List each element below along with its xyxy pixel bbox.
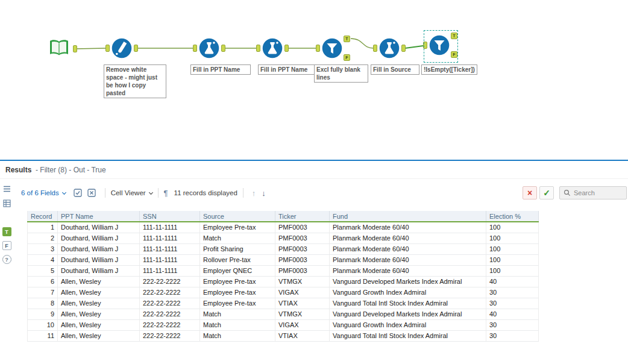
select-all-fields-icon[interactable]	[72, 187, 84, 199]
table-cell: 30	[486, 298, 539, 309]
table-cell: Vanguard Growth Index Admiral	[330, 319, 486, 330]
table-cell: 100	[486, 265, 539, 276]
table-cell: 3	[28, 243, 58, 254]
tool-annotation[interactable]: !IsEmpty([Ticker])	[421, 64, 477, 75]
table-cell: Planmark Moderate 60/40	[330, 243, 486, 254]
table-cell: 10	[28, 319, 58, 330]
tool-annotation[interactable]: Remove white space - might just be how I…	[104, 64, 166, 98]
tool-annotation[interactable]: Fill in PPT Name	[258, 64, 315, 75]
table-row[interactable]: 9Allen, Wesley222-22-2222MatchVTMGXVangu…	[28, 309, 539, 319]
table-cell: 222-22-2222	[140, 298, 200, 309]
table-cell: Planmark Moderate 60/40	[330, 233, 486, 243]
tool-formula-ppt-name-1[interactable]	[199, 38, 219, 58]
table-row[interactable]: 10Allen, Wesley222-22-2222MatchVIGAXVang…	[28, 319, 539, 330]
table-cell: 222-22-2222	[140, 330, 200, 341]
table-cell: 100	[486, 243, 539, 254]
help-icon[interactable]: ?	[2, 255, 11, 264]
search-box[interactable]	[559, 186, 627, 199]
metadata-view-icon[interactable]	[2, 184, 11, 193]
table-row[interactable]: 3Douthard, William J111-11-1111Profit Sh…	[28, 243, 539, 254]
search-icon	[564, 189, 571, 196]
chevron-down-icon	[149, 190, 153, 194]
table-row[interactable]: 7Allen, Wesley222-22-2222Employee Pre-ta…	[28, 287, 539, 298]
results-grid: RecordPPT NameSSNSourceTickerFundElectio…	[27, 211, 628, 342]
input-anchor[interactable]	[105, 45, 110, 52]
table-cell: Allen, Wesley	[58, 330, 140, 341]
table-cell: PMF0003	[275, 233, 330, 243]
tool-filter-blank-lines[interactable]: T F	[322, 38, 342, 58]
table-cell: PMF0003	[275, 222, 330, 233]
output-anchor[interactable]	[284, 45, 289, 52]
results-table: RecordPPT NameSSNSourceTickerFundElectio…	[27, 211, 539, 342]
workflow-canvas[interactable]: T F T F Remove white space - might	[0, 0, 628, 160]
toolbar-separator	[158, 188, 159, 198]
deselect-all-fields-icon[interactable]	[86, 187, 98, 199]
tool-data-cleansing[interactable]	[111, 38, 132, 58]
tool-formula-ppt-name-2[interactable]	[262, 38, 283, 58]
table-cell: 5	[28, 265, 58, 276]
chevron-down-icon	[62, 190, 66, 194]
table-row[interactable]: 6Allen, Wesley222-22-2222Employee Pre-ta…	[28, 276, 539, 287]
results-left-rail: T F ?	[0, 179, 13, 364]
table-row[interactable]: 2Douthard, William J111-11-1111MatchPMF0…	[28, 233, 539, 243]
tool-formula-fill-source[interactable]	[379, 38, 400, 58]
filter-icon	[322, 38, 342, 58]
table-cell: 111-11-1111	[140, 243, 200, 254]
data-view-icon[interactable]	[2, 199, 11, 208]
column-header[interactable]: SSN	[140, 211, 200, 222]
column-header[interactable]: Source	[200, 211, 275, 222]
connection-line[interactable]	[405, 46, 423, 48]
true-anchor-button[interactable]: T	[2, 227, 11, 236]
show-whitespace-icon[interactable]: ¶	[164, 189, 168, 198]
input-anchor[interactable]	[193, 45, 197, 52]
scroll-up-icon[interactable]: ↑	[252, 189, 256, 198]
table-row[interactable]: 8Allen, Wesley222-22-2222Employee Pre-ta…	[28, 298, 539, 309]
tool-annotation[interactable]: Fill in Source	[371, 64, 419, 75]
search-input[interactable]	[574, 189, 623, 196]
input-anchor[interactable]	[256, 45, 260, 52]
tool-annotation[interactable]: Fill in PPT Name	[190, 64, 251, 75]
output-anchor[interactable]	[221, 45, 225, 52]
false-anchor-button[interactable]: F	[2, 241, 11, 250]
connection-line[interactable]	[75, 48, 106, 49]
table-cell: PMF0003	[275, 243, 330, 254]
table-row[interactable]: 4Douthard, William J111-11-1111Rollover …	[28, 254, 539, 265]
true-output-anchor[interactable]: T	[344, 36, 350, 42]
table-cell: 11	[28, 330, 58, 341]
fields-dropdown[interactable]: 6 of 6 Fields	[21, 189, 66, 196]
table-cell: Vanguard Total Intl Stock Index Admiral	[330, 330, 486, 341]
input-anchor[interactable]	[316, 45, 320, 52]
tool-annotation[interactable]: Excl fully blank lines	[314, 64, 368, 83]
table-cell: 8	[28, 298, 58, 309]
fields-dropdown-label: 6 of 6 Fields	[21, 189, 59, 196]
table-cell: 100	[486, 233, 539, 243]
false-output-anchor[interactable]: F	[344, 54, 350, 61]
output-anchor[interactable]	[73, 45, 77, 52]
connection-line[interactable]	[351, 39, 374, 48]
results-title-detail: - Filter (8) - Out - True	[31, 166, 105, 174]
column-header[interactable]: PPT Name	[58, 211, 140, 222]
table-row[interactable]: 11Allen, Wesley222-22-2222MatchVTIAXVang…	[28, 330, 539, 341]
formula-icon	[262, 38, 283, 58]
output-anchor[interactable]	[401, 45, 406, 52]
table-cell: Profit Sharing	[200, 243, 275, 254]
table-cell: Employee Pre-tax	[200, 276, 275, 287]
clear-search-button[interactable]: ×	[523, 186, 537, 199]
table-row[interactable]: 1Douthard, William J111-11-1111Employee …	[28, 222, 539, 233]
column-header[interactable]: Fund	[330, 211, 486, 222]
apply-search-button[interactable]: ✓	[539, 186, 554, 199]
column-header[interactable]: Election %	[486, 211, 539, 222]
output-anchor[interactable]	[134, 45, 138, 52]
tool-input-data[interactable]	[47, 38, 71, 60]
results-table-body: 1Douthard, William J111-11-1111Employee …	[28, 222, 539, 341]
column-header[interactable]: Record	[28, 211, 58, 222]
formula-icon	[379, 38, 400, 58]
input-anchor[interactable]	[373, 45, 377, 52]
table-cell: VTIAX	[275, 330, 330, 341]
column-header[interactable]: Ticker	[275, 211, 330, 222]
cell-viewer-dropdown[interactable]: Cell Viewer	[111, 189, 152, 196]
table-cell: PMF0003	[275, 265, 330, 276]
scroll-down-icon[interactable]: ↓	[262, 189, 266, 198]
table-cell: VTIAX	[275, 298, 330, 309]
table-row[interactable]: 5Douthard, William J111-11-1111Employer …	[28, 265, 539, 276]
